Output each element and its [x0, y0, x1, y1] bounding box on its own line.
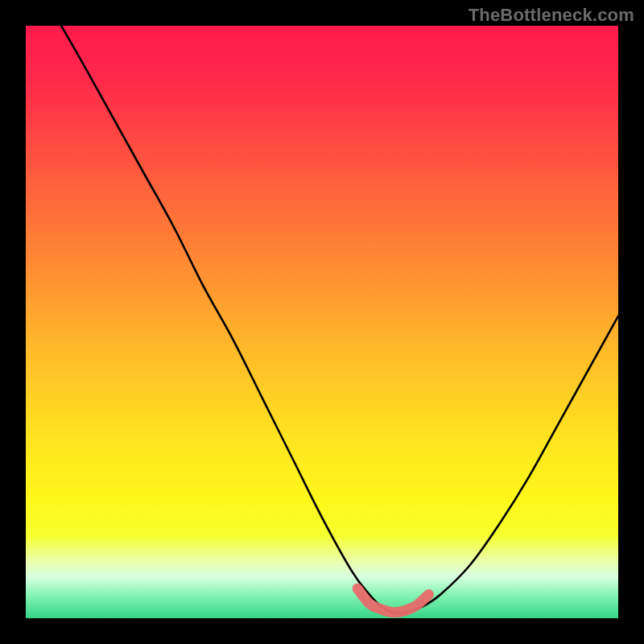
- plot-area: [26, 26, 618, 618]
- chart-container: TheBottleneck.com: [0, 0, 644, 644]
- curve-layer: [26, 26, 618, 618]
- watermark-text: TheBottleneck.com: [469, 5, 634, 26]
- main-curve: [61, 26, 618, 613]
